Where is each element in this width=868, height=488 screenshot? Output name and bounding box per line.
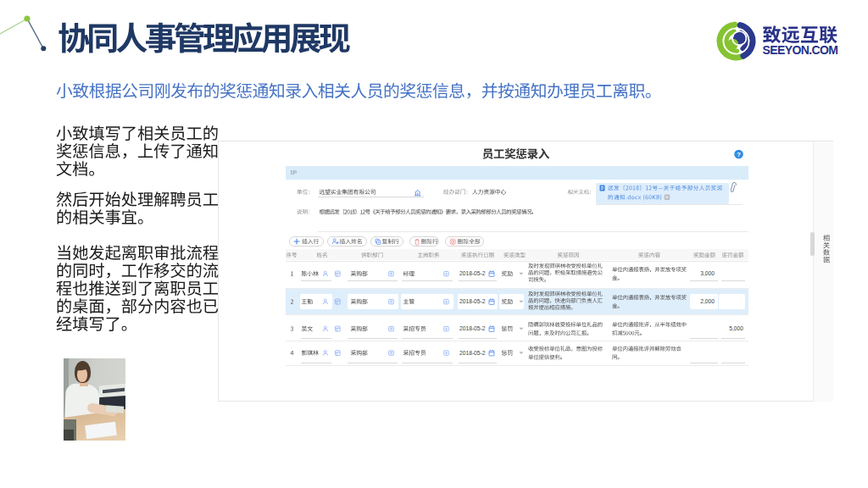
svg-text:?: ? — [737, 151, 741, 158]
